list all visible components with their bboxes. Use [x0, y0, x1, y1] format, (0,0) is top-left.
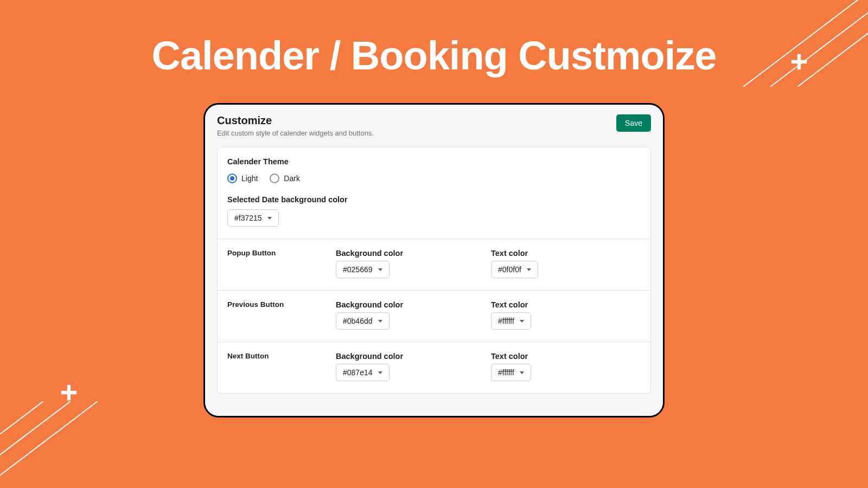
- next-bg-label: Background color: [336, 352, 486, 361]
- theme-radio-group: Light Dark: [227, 174, 641, 183]
- popup-bg-label: Background color: [336, 249, 486, 258]
- hero-title: Calender / Booking Custmoize: [0, 33, 868, 79]
- next-text-label: Text color: [491, 352, 641, 361]
- settings-card: Calender Theme Light Dark Selected Date …: [217, 147, 651, 394]
- popup-section-label: Popup Button: [227, 249, 330, 257]
- radio-icon: [227, 174, 237, 183]
- color-value: #0b46dd: [343, 317, 373, 325]
- section-next-button: Next Button Background color #087e14 Tex…: [218, 342, 650, 393]
- radio-light[interactable]: Light: [227, 174, 258, 183]
- prev-text-label: Text color: [491, 300, 641, 309]
- section-popup-button: Popup Button Background color #025669 Te…: [218, 239, 650, 291]
- page-title: Customize: [217, 114, 374, 127]
- chevron-down-icon: [378, 320, 382, 323]
- chevron-down-icon: [527, 268, 531, 271]
- popup-text-color-dropdown[interactable]: #0f0f0f: [491, 261, 538, 278]
- selected-date-bg-label: Selected Date background color: [227, 195, 641, 204]
- color-value: #087e14: [343, 368, 373, 377]
- chevron-down-icon: [378, 268, 382, 271]
- section-previous-button: Previous Button Background color #0b46dd…: [218, 291, 650, 342]
- chevron-down-icon: [520, 371, 524, 374]
- color-value: #0f0f0f: [498, 265, 521, 274]
- section-calender-theme: Calender Theme Light Dark Selected Date …: [218, 147, 650, 239]
- next-bg-color-dropdown[interactable]: #087e14: [336, 364, 390, 381]
- radio-dark-label: Dark: [284, 174, 300, 183]
- theme-section-label: Calender Theme: [227, 157, 641, 166]
- color-value: #025669: [343, 265, 373, 274]
- selected-date-color-dropdown[interactable]: #f37215: [227, 209, 279, 227]
- svg-line-4: [0, 401, 71, 488]
- popup-text-label: Text color: [491, 249, 641, 258]
- radio-dark[interactable]: Dark: [270, 174, 300, 183]
- plus-decor-top-right: [789, 52, 809, 76]
- radio-icon: [270, 174, 279, 183]
- next-text-color-dropdown[interactable]: #ffffff: [491, 364, 531, 381]
- popup-bg-color-dropdown[interactable]: #025669: [336, 261, 390, 278]
- prev-bg-label: Background color: [336, 300, 486, 309]
- chevron-down-icon: [267, 217, 272, 220]
- plus-decor-bottom-left: [59, 382, 79, 407]
- chevron-down-icon: [378, 371, 382, 374]
- color-value: #ffffff: [498, 317, 514, 325]
- radio-light-label: Light: [241, 174, 258, 183]
- prev-text-color-dropdown[interactable]: #ffffff: [491, 312, 531, 330]
- diagonal-lines-bottom-left: [0, 401, 157, 488]
- settings-window: Customize Edit custom style of calender …: [203, 103, 665, 418]
- page-subtitle: Edit custom style of calender widgets an…: [217, 129, 374, 137]
- color-value: #ffffff: [498, 368, 514, 377]
- save-button[interactable]: Save: [616, 114, 651, 132]
- window-header: Customize Edit custom style of calender …: [217, 114, 651, 137]
- chevron-down-icon: [520, 320, 524, 323]
- color-value: #f37215: [234, 214, 262, 222]
- prev-bg-color-dropdown[interactable]: #0b46dd: [336, 312, 390, 330]
- svg-line-5: [0, 401, 43, 488]
- next-section-label: Next Button: [227, 352, 330, 360]
- prev-section-label: Previous Button: [227, 300, 330, 309]
- svg-line-3: [0, 401, 98, 488]
